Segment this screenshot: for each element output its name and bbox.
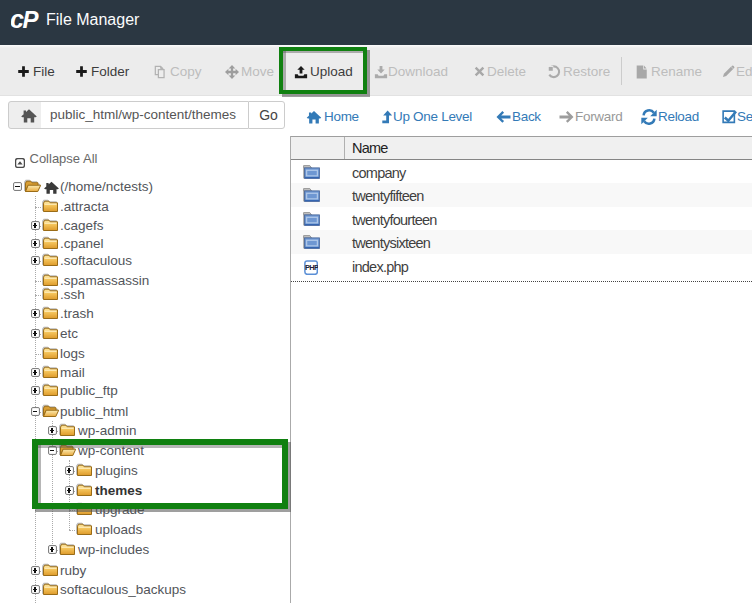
- svg-text:cP: cP: [11, 7, 39, 33]
